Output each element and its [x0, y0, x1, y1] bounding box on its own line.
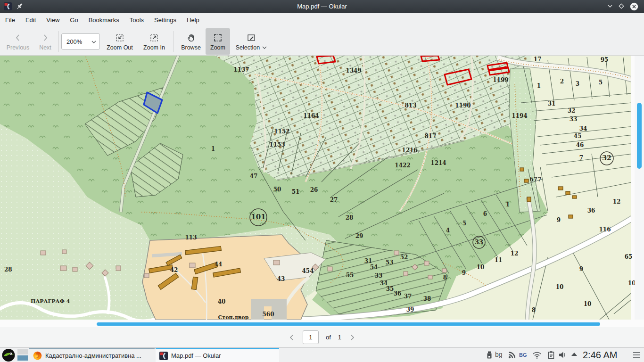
map-parcel-label: 8: [532, 307, 536, 313]
map-parcel-label: Стоп.двор: [218, 314, 249, 320]
of-label: of: [326, 334, 331, 341]
map-parcel-label: 5: [462, 220, 466, 227]
zoom-out-icon: [115, 33, 125, 43]
virtual-desktop-pager[interactable]: [17, 349, 28, 361]
previous-button[interactable]: Previous: [6, 28, 30, 55]
map-parcel-label: 1: [211, 146, 215, 152]
current-page-input[interactable]: 1: [303, 330, 319, 344]
zoom-in-icon: [149, 33, 159, 43]
keyboard-layout-badge[interactable]: BG: [519, 352, 527, 358]
clipboard-icon[interactable]: [546, 350, 556, 360]
map-parcel-label: 9: [462, 270, 466, 276]
keyboard-layout-indicator[interactable]: bg: [495, 351, 503, 358]
menubar: FileEditViewGoBookmarksToolsSettingsHelp: [0, 13, 644, 27]
map-parcel-label: 1216: [402, 147, 417, 154]
map-parcel-label: 3: [576, 81, 579, 87]
page-navigation-bar: 1 of 1: [0, 327, 644, 347]
map-parcel-label: 9: [579, 266, 583, 272]
map-parcel-label: 42: [170, 267, 178, 273]
selection-button[interactable]: Selection: [233, 28, 270, 55]
usb-device-icon[interactable]: [485, 350, 494, 360]
next-button[interactable]: Next: [33, 28, 58, 55]
hand-browse-icon: [186, 33, 196, 43]
map-parcel-label: 31: [548, 100, 556, 107]
map-parcel-label: 33: [375, 272, 383, 279]
map-parcel-label: 28: [346, 214, 354, 221]
menu-item-tools[interactable]: Tools: [124, 13, 149, 27]
map-parcel-label: 8: [443, 274, 447, 281]
menu-item-bookmarks[interactable]: Bookmarks: [83, 13, 124, 27]
zoom-out-label: Zoom Out: [107, 44, 133, 51]
volume-icon[interactable]: [558, 350, 567, 360]
firefox-icon: [33, 351, 42, 360]
map-parcel-label: 9: [557, 217, 561, 223]
app-launcher-icon[interactable]: [1, 348, 16, 362]
wifi-icon[interactable]: [532, 350, 542, 360]
menu-item-file[interactable]: File: [0, 13, 20, 27]
map-parcel-label: 11: [495, 257, 503, 263]
horizontal-scrollbar-thumb[interactable]: [97, 322, 600, 326]
taskbar-item-okular[interactable]: Map.pdf — Okular: [156, 348, 279, 362]
taskbar-item-firefox[interactable]: Кадастрално-административна ...: [29, 348, 155, 362]
window-titlebar[interactable]: Map.pdf — Okular: [0, 0, 644, 13]
map-parcel-label: 36: [587, 207, 595, 214]
vertical-scrollbar-thumb[interactable]: [637, 103, 642, 169]
menu-item-go[interactable]: Go: [65, 13, 83, 27]
zoom-in-label: Zoom In: [143, 44, 165, 51]
map-parcel-label: 10: [556, 284, 564, 290]
map-parcel-label: ПАРАГРАФ 4: [31, 298, 70, 304]
pdf-page-view[interactable]: 1137134911641152115314750512627101282931…: [0, 56, 644, 320]
map-parcel-label: 454: [302, 268, 314, 274]
pager-desktop-2[interactable]: [17, 355, 28, 361]
map-parcel-label: 55: [346, 272, 354, 279]
chevron-down-icon: [262, 46, 267, 49]
browse-button[interactable]: Browse: [177, 28, 205, 55]
previous-label: Previous: [7, 44, 30, 51]
expand-tray-icon[interactable]: [571, 352, 578, 357]
map-parcel-label: 28: [4, 266, 12, 273]
map-parcel-label: 560: [262, 311, 274, 318]
zoom-in-button[interactable]: Zoom In: [139, 28, 170, 55]
map-parcel-label: 45: [574, 133, 582, 140]
map-parcel-label: 34: [579, 125, 587, 132]
menu-item-edit[interactable]: Edit: [20, 13, 41, 27]
map-parcel-label: 33: [475, 239, 483, 246]
next-page-icon[interactable]: [348, 334, 356, 341]
pager-desktop-1[interactable]: [17, 349, 28, 354]
previous-page-icon[interactable]: [288, 334, 296, 341]
map-parcel-label: 1349: [346, 67, 361, 74]
map-parcel-label: 54: [370, 264, 378, 271]
map-parcel-label: 1190: [455, 102, 471, 109]
menu-item-help[interactable]: Help: [182, 13, 205, 27]
map-parcel-label: 4: [446, 227, 450, 234]
map-parcel-label: 6: [483, 211, 487, 217]
clock[interactable]: 2:46 AM: [583, 349, 627, 362]
zoom-level-select[interactable]: 200%: [61, 33, 100, 49]
browse-label: Browse: [181, 44, 201, 51]
map-parcel-label: 10: [584, 301, 592, 307]
close-icon[interactable]: [630, 2, 638, 11]
maximize-icon[interactable]: [618, 2, 625, 10]
firefox-task-title: Кадастрално-административна ...: [45, 352, 141, 359]
map-parcel-label: 1422: [395, 162, 410, 169]
map-parcel-label: 5: [599, 79, 603, 86]
zoom-tool-button[interactable]: Zoom: [206, 28, 230, 55]
map-parcel-label: 1164: [303, 113, 319, 119]
menu-item-view[interactable]: View: [41, 13, 65, 27]
map-parcel-label: 65: [625, 254, 633, 260]
menu-item-settings[interactable]: Settings: [149, 13, 182, 27]
map-parcel-label: 31: [364, 258, 372, 264]
horizontal-scrollbar[interactable]: [0, 320, 644, 327]
map-canvas[interactable]: 1137134911641152115314750512627101282931…: [0, 56, 635, 320]
zoom-out-button[interactable]: Zoom Out: [105, 28, 135, 55]
map-parcel-label: 1: [537, 82, 541, 89]
feed-icon[interactable]: [507, 350, 517, 360]
map-parcel-label: 116: [599, 226, 611, 233]
vertical-scrollbar[interactable]: [635, 56, 644, 320]
minimize-icon[interactable]: [606, 2, 614, 10]
map-parcel-label: 46: [576, 142, 584, 148]
map-parcel-label: 1214: [430, 160, 446, 166]
map-parcel-label: 47: [250, 173, 258, 180]
map-parcel-label: 113: [185, 234, 197, 241]
panel-menu-icon[interactable]: [633, 352, 640, 358]
